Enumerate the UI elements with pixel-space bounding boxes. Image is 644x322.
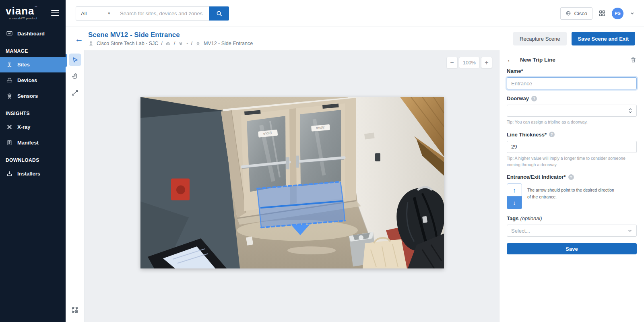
zoom-controls: − 100% + [446, 57, 492, 68]
thickness-tip: Tip: A higher value will imply a longer … [507, 155, 627, 168]
panel-back-arrow-icon[interactable]: ← [507, 56, 514, 63]
zoom-out-button[interactable]: − [446, 57, 458, 68]
indicator-help-icon[interactable]: ? [568, 174, 574, 180]
sidebar-section-insights: INSIGHTS [0, 104, 66, 119]
svg-text:Store: Store [316, 125, 325, 130]
frame-capture-icon [71, 306, 79, 314]
apps-grid-icon[interactable] [599, 10, 606, 17]
name-label: Name* [507, 68, 637, 74]
brand-text: viana [6, 5, 35, 17]
brand-trademark: ™ [35, 6, 37, 8]
cursor-icon [71, 56, 79, 64]
sidebar: viana™ a meraki™ product Dashboard MANAG… [0, 0, 66, 322]
search-group: All ▾ [76, 6, 229, 21]
brand-tagline: a meraki™ product [6, 17, 37, 20]
indicator-description: The arrow should point to the desired di… [527, 187, 615, 209]
trip-line-panel: ← New Trip Line Name* Doorway ? Tip: You… [499, 50, 644, 322]
hand-icon [71, 72, 79, 80]
device-icon [165, 41, 171, 46]
doorway-select[interactable] [507, 105, 637, 117]
page-title: Scene MV12 - Side Entrance [88, 31, 253, 39]
sidebar-item-sensors[interactable]: Sensors [0, 88, 66, 104]
org-switcher[interactable]: Cisco [560, 7, 592, 20]
search-filter-select[interactable]: All ▾ [76, 6, 115, 21]
site-icon [88, 41, 94, 46]
page-header: ← Scene MV12 - Side Entrance Cisco Store… [66, 27, 644, 50]
spinner-arrows-icon [628, 108, 632, 114]
sidebar-item-sites[interactable]: Sites [0, 57, 66, 72]
direction-up-button[interactable]: ↑ [507, 184, 522, 196]
camera-icon [195, 41, 201, 46]
active-tool-indicator [66, 54, 67, 67]
tags-chevron-icon [627, 228, 632, 233]
sidebar-item-manifest[interactable]: Manifest [0, 135, 66, 151]
recapture-frame-button[interactable] [69, 304, 81, 316]
doorway-tip: Tip: You can assign a tripline as a door… [507, 119, 637, 126]
pan-tool-button[interactable] [69, 70, 81, 83]
select-tool-button[interactable] [69, 54, 81, 66]
save-button[interactable]: Save [507, 243, 637, 254]
tags-select[interactable]: Select... [507, 225, 637, 237]
devices-icon [6, 77, 13, 84]
name-input[interactable] [507, 77, 637, 89]
zoom-in-button[interactable]: + [481, 57, 492, 68]
thickness-help-icon[interactable]: ? [549, 132, 555, 137]
dashboard-icon [6, 30, 13, 37]
back-arrow-icon[interactable]: ← [75, 35, 83, 43]
thickness-input[interactable] [507, 141, 637, 153]
caret-down-icon: ▾ [108, 11, 110, 15]
sidebar-item-devices[interactable]: Devices [0, 72, 66, 88]
line-tool-icon [71, 89, 79, 97]
viana-logo: viana™ a meraki™ product [6, 6, 37, 20]
sidebar-item-installers[interactable]: Installers [0, 166, 66, 182]
tags-label: Tags (optional) [507, 215, 637, 221]
delete-tripline-icon[interactable] [630, 56, 637, 63]
sidebar-item-xray[interactable]: X-ray [0, 119, 66, 135]
search-button[interactable] [209, 6, 229, 21]
zoom-level: 100% [459, 57, 480, 68]
select-divider [624, 227, 624, 234]
doorway-help-icon[interactable]: ? [531, 96, 537, 101]
indicator-label: Entrance/Exit Indicator* ? [507, 174, 637, 180]
chevron-down-icon[interactable] [630, 10, 635, 16]
xray-icon [6, 124, 13, 130]
tripline-tool-button[interactable] [69, 87, 81, 99]
sidebar-item-dashboard[interactable]: Dashboard [0, 26, 66, 41]
panel-title: New Trip Line [520, 57, 555, 63]
search-input[interactable] [115, 6, 209, 21]
scene-canvas: − 100% + [85, 50, 499, 322]
search-icon [216, 10, 223, 17]
menu-toggle-icon[interactable] [51, 8, 59, 17]
sidebar-section-manage: MANAGE [0, 41, 66, 57]
sensors-icon [6, 93, 13, 99]
installers-icon [6, 170, 13, 177]
manifest-icon [6, 139, 13, 146]
direction-toggle: ↑ ↓ [507, 184, 522, 209]
avatar[interactable]: PG [612, 8, 623, 19]
sidebar-section-downloads: DOWNLOADS [0, 151, 66, 166]
sensor-icon [178, 41, 184, 46]
thickness-label: Line Thickness* ? [507, 132, 637, 138]
direction-down-button[interactable]: ↓ [507, 196, 522, 209]
doorway-label: Doorway ? [507, 95, 637, 101]
breadcrumb: Cisco Store Tech Lab - SJC / / - / MV12 … [88, 41, 253, 46]
recapture-scene-button[interactable]: Recapture Scene [513, 32, 566, 45]
globe-icon [566, 10, 571, 16]
tool-palette [66, 50, 85, 322]
topbar: All ▾ Cisco PG [66, 0, 644, 27]
tags-optional-label: (optional) [520, 215, 542, 221]
save-scene-exit-button[interactable]: Save Scene and Exit [572, 32, 635, 45]
sites-icon [6, 61, 13, 68]
camera-scene-image[interactable]: Store Store [140, 97, 444, 268]
